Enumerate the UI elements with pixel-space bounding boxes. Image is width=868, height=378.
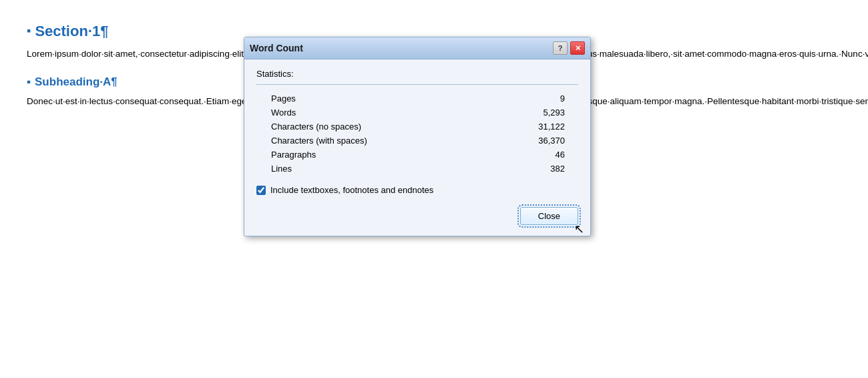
dialog-title: Word Count [250,43,303,53]
checkbox-row: Include textboxes, footnotes and endnote… [256,185,578,195]
stat-label: Characters (no spaces) [256,120,472,134]
stat-label: Pages [256,91,472,106]
table-row: Characters (with spaces)36,370 [256,134,578,148]
close-button[interactable]: Close ↖ [520,207,578,225]
stat-value: 31,122 [472,120,578,134]
dialog-footer: Close ↖ [256,206,578,225]
subheading-title: Subheading·A¶ [35,73,118,91]
stat-value: 36,370 [472,134,578,148]
stats-table: Pages9Words5,293Characters (no spaces)31… [256,91,578,176]
stat-label: Characters (with spaces) [256,134,472,148]
table-row: Words5,293 [256,106,578,120]
stat-label: Paragraphs [256,148,472,162]
stat-label: Lines [256,162,472,176]
subheading-bullet: ▪ [27,73,31,91]
section-bullet: ▪ [27,22,31,41]
help-button[interactable]: ? [553,41,568,55]
include-checkbox[interactable] [256,186,266,195]
cursor-icon: ↖ [574,222,584,236]
stat-label: Words [256,106,472,120]
stat-value: 5,293 [472,106,578,120]
stat-value: 46 [472,148,578,162]
table-row: Pages9 [256,91,578,106]
stat-value: 9 [472,91,578,106]
table-row: Paragraphs46 [256,148,578,162]
dialog-body: Statistics: Pages9Words5,293Characters (… [244,59,590,236]
stat-value: 382 [472,162,578,176]
dialog-close-icon-button[interactable]: ✕ [570,41,585,55]
word-count-dialog: Word Count ? ✕ Statistics: Pages9Words5,… [244,37,591,236]
statistics-label: Statistics: [256,69,578,79]
stats-divider [256,84,578,85]
dialog-titlebar: Word Count ? ✕ [244,37,590,59]
checkbox-label: Include textboxes, footnotes and endnote… [270,185,433,195]
titlebar-buttons: ? ✕ [553,41,585,55]
table-row: Lines382 [256,162,578,176]
table-row: Characters (no spaces)31,122 [256,120,578,134]
section-title: Section·1¶ [35,20,108,43]
